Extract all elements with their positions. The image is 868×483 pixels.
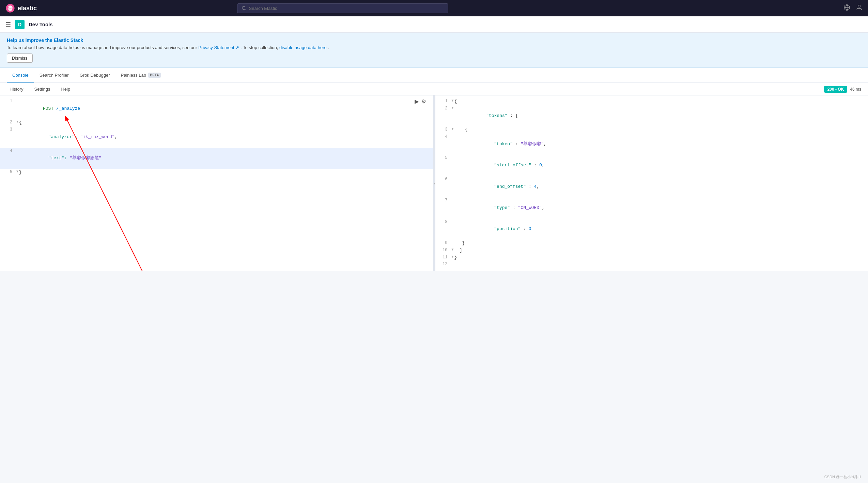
- banner-text: To learn about how usage data helps us m…: [7, 45, 861, 50]
- top-nav-bar: elastic: [0, 0, 868, 16]
- result-line-11: 11 ▼ }: [435, 254, 868, 261]
- app-icon: D: [15, 20, 25, 29]
- banner: Help us improve the Elastic Stack To lea…: [0, 33, 868, 68]
- history-button[interactable]: History: [7, 85, 26, 93]
- app-header: ☰ D Dev Tools: [0, 16, 868, 33]
- run-button[interactable]: ▶: [415, 98, 419, 105]
- result-line-5: 5 "start_offset" : 0,: [435, 155, 868, 176]
- editor-actions: ▶ ⚙: [415, 98, 426, 105]
- help-button[interactable]: Help: [58, 85, 73, 93]
- search-bar[interactable]: [237, 3, 448, 13]
- search-bar-wrapper: [237, 3, 448, 13]
- result-pane: 1 ▼ { 2 ▼ "tokens" : [ 3 ▼ { 4 "tok: [435, 95, 868, 271]
- svg-point-5: [242, 6, 245, 10]
- fold-1[interactable]: ▼: [452, 98, 454, 104]
- result-line-6: 6 "end_offset" : 4,: [435, 176, 868, 197]
- result-line-12: 12: [435, 261, 868, 268]
- user-icon[interactable]: [856, 4, 863, 13]
- tools-button[interactable]: ⚙: [421, 98, 426, 105]
- editor-line-2: 2 ▼ {: [0, 119, 433, 126]
- svg-line-6: [245, 9, 245, 10]
- result-line-3: 3 ▼ {: [435, 126, 868, 134]
- editor-line-4: 4 "text": "尊嘟假嘟燃笔": [0, 148, 433, 169]
- elastic-logo[interactable]: elastic: [5, 3, 37, 13]
- fold-11[interactable]: ▼: [452, 254, 454, 260]
- toolbar: History Settings Help 200 - OK 46 ms: [0, 83, 868, 95]
- editor-line-1: 1 POST /_analyze: [0, 98, 433, 119]
- response-time: 46 ms: [850, 87, 861, 92]
- fold-3[interactable]: ▼: [452, 126, 454, 132]
- fold-icon-2[interactable]: ▼: [16, 119, 18, 125]
- logo-text: elastic: [18, 5, 37, 12]
- tabs-bar: Console Search Profiler Grok Debugger Pa…: [0, 68, 868, 83]
- result-editor: 1 ▼ { 2 ▼ "tokens" : [ 3 ▼ { 4 "tok: [435, 95, 868, 271]
- status-badge-area: 200 - OK 46 ms: [824, 86, 861, 93]
- result-line-2: 2 ▼ "tokens" : [: [435, 105, 868, 126]
- help-globe-icon[interactable]: [843, 4, 850, 13]
- tab-painless-lab[interactable]: Painless Lab BETA: [115, 68, 166, 83]
- tab-console[interactable]: Console: [7, 68, 34, 83]
- beta-badge: BETA: [148, 73, 160, 78]
- fold-10[interactable]: ▼: [452, 247, 454, 253]
- editor-pane: 1 POST /_analyze 2 ▼ { 3 "analyzer": "ik…: [0, 95, 433, 271]
- search-icon: [242, 6, 246, 11]
- editor-area: 1 POST /_analyze 2 ▼ { 3 "analyzer": "ik…: [0, 95, 868, 271]
- svg-point-0: [6, 4, 14, 12]
- result-line-9: 9 }: [435, 240, 868, 247]
- nav-icons: [843, 4, 863, 13]
- privacy-link[interactable]: Privacy Statement ↗: [198, 45, 239, 50]
- svg-point-9: [858, 5, 861, 7]
- menu-icon[interactable]: ☰: [5, 21, 11, 28]
- banner-title: Help us improve the Elastic Stack: [7, 37, 861, 43]
- settings-button[interactable]: Settings: [31, 85, 53, 93]
- result-line-8: 8 "position" : 0: [435, 219, 868, 240]
- result-line-10: 10 ▼ ]: [435, 247, 868, 254]
- status-ok-badge: 200 - OK: [824, 86, 848, 93]
- dismiss-button[interactable]: Dismiss: [7, 54, 33, 63]
- search-input[interactable]: [249, 6, 444, 11]
- fold-2[interactable]: ▼: [452, 105, 454, 111]
- app-title: Dev Tools: [29, 21, 53, 27]
- editor-line-5: 5 ▼ }: [0, 169, 433, 176]
- editor-line-3: 3 "analyzer": "ik_max_word",: [0, 126, 433, 148]
- tab-search-profiler[interactable]: Search Profiler: [34, 68, 74, 83]
- fold-icon-5[interactable]: ▼: [16, 169, 18, 175]
- result-line-4: 4 "token" : "尊嘟假嘟",: [435, 134, 868, 155]
- disable-link[interactable]: disable usage data here: [279, 45, 327, 50]
- result-line-1: 1 ▼ {: [435, 98, 868, 105]
- code-editor[interactable]: 1 POST /_analyze 2 ▼ { 3 "analyzer": "ik…: [0, 95, 433, 271]
- tab-grok-debugger[interactable]: Grok Debugger: [74, 68, 115, 83]
- result-line-7: 7 "type" : "CN_WORD",: [435, 197, 868, 218]
